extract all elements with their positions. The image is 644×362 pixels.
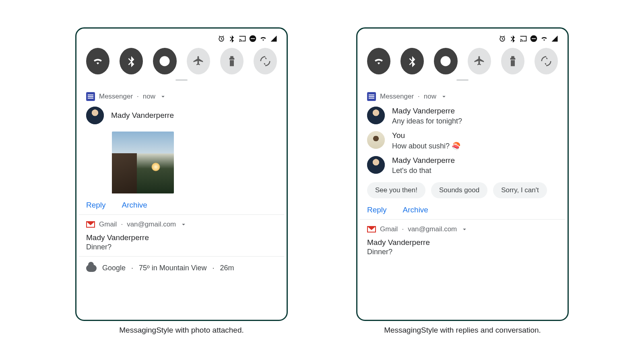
app-name: Google: [102, 264, 126, 272]
weather-age: 26m: [220, 264, 234, 272]
account-email: van@gmail.com: [408, 225, 457, 233]
gmail-app-icon: [367, 226, 376, 232]
quick-settings-panel: [79, 31, 284, 84]
bluetooth-icon: [228, 35, 236, 43]
gmail-app-icon: [86, 221, 95, 228]
drag-handle[interactable]: [456, 79, 469, 81]
cloud-icon: [86, 265, 97, 272]
messenger-app-icon: [86, 92, 95, 101]
bluetooth-icon: [509, 35, 517, 43]
signal-icon: [270, 35, 278, 43]
email-sender: Mady Vanderperre: [86, 233, 277, 242]
message-text: Any ideas for tonight?: [392, 117, 462, 125]
qs-toggles-row: [83, 44, 280, 78]
phone-left: Messenger · now Mady Vanderperre Reply A…: [75, 27, 288, 321]
messenger-app-icon: [367, 92, 376, 101]
sender-name: Mady Vanderperre: [392, 107, 462, 115]
weather-summary: 75º in Mountain View: [139, 264, 206, 272]
quick-settings-panel: [360, 31, 565, 84]
flashlight-toggle[interactable]: [220, 48, 244, 74]
dnd-toggle[interactable]: [434, 48, 457, 74]
notif-time: now: [424, 93, 436, 101]
airplane-toggle[interactable]: [468, 48, 491, 74]
flashlight-toggle[interactable]: [501, 48, 524, 74]
bluetooth-toggle[interactable]: [120, 48, 143, 74]
message-row: Mady VanderperreAny ideas for tonight?: [367, 107, 558, 125]
notif-time: now: [143, 93, 155, 101]
avatar: [367, 131, 385, 149]
app-name: Messenger: [380, 93, 414, 101]
avatar: [367, 107, 385, 124]
app-name: Gmail: [380, 225, 398, 233]
chevron-down-icon[interactable]: [440, 93, 448, 100]
status-bar: [364, 33, 561, 44]
drag-handle[interactable]: [175, 79, 188, 81]
notification-list: Messenger · now Mady Vanderperre Reply A…: [79, 86, 284, 317]
dnd-toggle[interactable]: [153, 48, 176, 74]
caption-left: MessagingStyle with photo attached.: [75, 326, 288, 335]
rotate-toggle[interactable]: [535, 48, 558, 74]
message-row: YouHow about sushi? 🍣: [367, 131, 558, 150]
wifi-icon: [540, 35, 548, 43]
chevron-down-icon[interactable]: [461, 226, 468, 233]
attached-photo[interactable]: [112, 132, 174, 193]
phone-right: Messenger · now Mady VanderperreAny idea…: [356, 27, 569, 321]
dnd-icon: [249, 35, 257, 43]
caption-right: MessagingStyle with replies and conversa…: [356, 326, 569, 335]
bluetooth-toggle[interactable]: [400, 48, 424, 74]
message-row: Mady VanderperreLet's do that: [367, 156, 558, 175]
signal-icon: [551, 35, 559, 43]
avatar: [86, 107, 104, 124]
smart-reply-chip[interactable]: See you then!: [367, 182, 425, 198]
message-text: How about sushi? 🍣: [392, 142, 460, 150]
airplane-toggle[interactable]: [187, 48, 210, 74]
cast-icon: [519, 35, 527, 43]
cast-icon: [238, 35, 246, 43]
dnd-icon: [530, 35, 538, 43]
status-bar: [83, 33, 280, 44]
app-name: Gmail: [99, 220, 117, 228]
wifi-toggle[interactable]: [367, 48, 390, 74]
smart-reply-chip[interactable]: Sorry, I can't: [493, 182, 547, 198]
sender-name: You: [392, 131, 460, 140]
sender-name: Mady Vanderperre: [392, 156, 455, 165]
reply-button[interactable]: Reply: [86, 201, 106, 210]
email-subject: Dinner?: [86, 243, 277, 251]
archive-button[interactable]: Archive: [403, 206, 428, 214]
weather-notification[interactable]: Google · 75º in Mountain View · 26m: [79, 257, 284, 279]
qs-toggles-row: [364, 44, 561, 78]
smart-reply-chips: See you then!Sounds goodSorry, I can't: [367, 182, 558, 198]
archive-button[interactable]: Archive: [122, 201, 147, 210]
alarm-icon: [498, 35, 506, 43]
gmail-notification[interactable]: Gmail · van@gmail.com Mady Vanderperre D…: [360, 220, 565, 261]
rotate-toggle[interactable]: [254, 48, 277, 74]
avatar: [367, 156, 385, 174]
email-subject: Dinner?: [367, 248, 558, 256]
messenger-notification[interactable]: Messenger · now Mady VanderperreAny idea…: [360, 86, 565, 220]
app-name: Messenger: [99, 93, 133, 101]
alarm-icon: [217, 35, 225, 43]
wifi-icon: [259, 35, 267, 43]
wifi-toggle[interactable]: [86, 48, 109, 74]
account-email: van@gmail.com: [127, 220, 176, 228]
chevron-down-icon[interactable]: [180, 221, 187, 228]
gmail-notification[interactable]: Gmail · van@gmail.com Mady Vanderperre D…: [79, 215, 284, 257]
sender-name: Mady Vanderperre: [111, 111, 174, 120]
reply-button[interactable]: Reply: [367, 206, 387, 214]
notification-list: Messenger · now Mady VanderperreAny idea…: [360, 86, 565, 317]
smart-reply-chip[interactable]: Sounds good: [431, 182, 487, 198]
email-sender: Mady Vanderperre: [367, 238, 558, 247]
messenger-notification[interactable]: Messenger · now Mady Vanderperre Reply A…: [79, 86, 284, 215]
message-text: Let's do that: [392, 167, 455, 175]
chevron-down-icon[interactable]: [159, 93, 167, 100]
